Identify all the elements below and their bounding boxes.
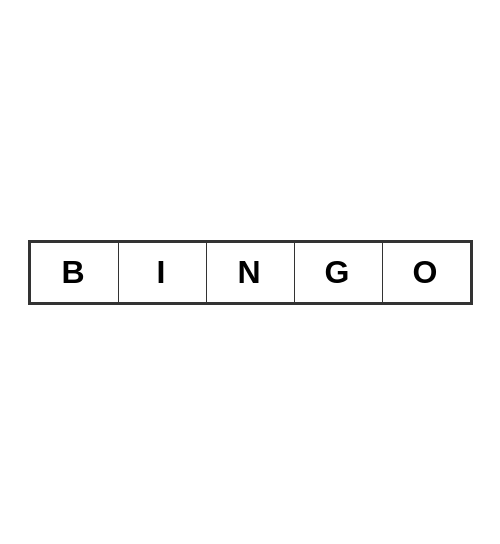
header-cell-o: O (382, 242, 470, 302)
header-row: BINGO (30, 242, 470, 302)
bingo-card: BINGO (28, 240, 473, 305)
bingo-table: BINGO (30, 242, 471, 303)
header-cell-g: G (294, 242, 382, 302)
header-cell-n: N (206, 242, 294, 302)
header-cell-b: B (30, 242, 118, 302)
header-cell-i: I (118, 242, 206, 302)
